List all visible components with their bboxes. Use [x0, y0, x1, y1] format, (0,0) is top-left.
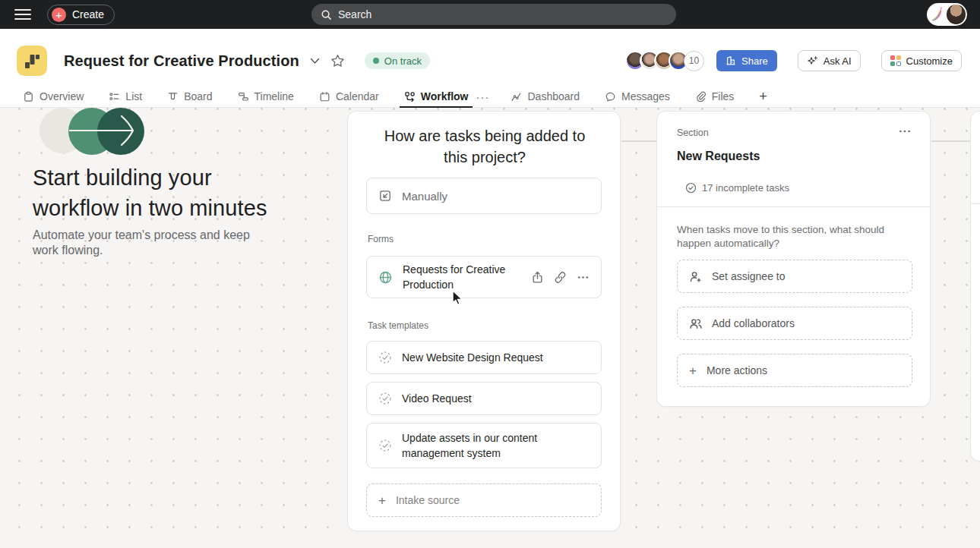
message-icon: [605, 91, 616, 102]
status-badge[interactable]: On track: [365, 52, 430, 69]
clipboard-icon: [23, 91, 34, 102]
paperclip-icon: [695, 91, 707, 102]
board-icon: [167, 91, 179, 102]
workflow-canvas: Start building your workflow in two minu…: [0, 108, 980, 548]
plus-icon: +: [689, 364, 697, 377]
dashed-check-icon: [378, 439, 392, 452]
org-icon: [726, 55, 736, 66]
customize-button[interactable]: Customize: [881, 50, 962, 71]
intake-heading: How are tasks being added to this projec…: [371, 125, 599, 168]
collaborators-icon: [689, 317, 702, 330]
next-section-panel[interactable]: [970, 111, 980, 461]
more-actions-button[interactable]: + More actions: [677, 354, 912, 387]
project-icon[interactable]: [17, 46, 47, 76]
tab-list[interactable]: List: [109, 86, 142, 107]
tab-files[interactable]: Files: [695, 86, 735, 107]
add-intake-source-button[interactable]: + Intake source: [366, 483, 602, 517]
tab-overview[interactable]: Overview: [23, 86, 84, 107]
timeline-icon: [238, 91, 249, 102]
task-templates-label: Task templates: [368, 320, 428, 331]
automation-question: When tasks move to this section, what sh…: [677, 223, 897, 250]
intro-subtitle: Automate your team's process and keep wo…: [33, 228, 264, 258]
share-button[interactable]: Share: [716, 50, 777, 71]
task-template-card[interactable]: Video Request: [366, 382, 602, 415]
panel-connector: [621, 140, 656, 142]
create-button[interactable]: + Create: [47, 5, 115, 25]
task-template-card[interactable]: New Website Design Request: [366, 341, 602, 374]
manually-card[interactable]: Manually: [366, 178, 602, 214]
section-panel: Section New Requests 17 incomplete tasks…: [656, 111, 931, 407]
plus-icon: +: [52, 8, 66, 22]
bar-chart-icon: [17, 46, 47, 76]
plus-icon: +: [378, 494, 386, 507]
chevron-down-icon: [310, 58, 320, 65]
customize-grid-icon: [890, 55, 901, 66]
dashed-check-icon: [378, 351, 392, 364]
customize-label: Customize: [906, 55, 953, 67]
tab-overflow-button[interactable]: ···: [476, 90, 489, 103]
member-count-badge: 10: [684, 51, 704, 71]
task-template-card[interactable]: Update assets in our content management …: [366, 423, 602, 468]
ask-ai-button[interactable]: Ask AI: [798, 50, 861, 71]
topbar: + Create Search: [0, 0, 980, 29]
status-label: On track: [384, 55, 422, 67]
page-title: Request for Creative Production: [64, 52, 299, 70]
tab-timeline[interactable]: Timeline: [238, 86, 294, 107]
intro-title: Start building your workflow in two minu…: [33, 162, 291, 223]
tab-dashboard[interactable]: Dashboard: [511, 86, 580, 107]
star-icon: [330, 54, 345, 68]
section-title: New Requests: [677, 150, 760, 163]
project-tabs: Overview List Board Timeline Calendar Wo…: [0, 86, 980, 108]
forms-section-label: Forms: [368, 234, 394, 244]
divider: [971, 203, 980, 204]
tab-calendar[interactable]: Calendar: [319, 86, 379, 107]
sparkle-icon: [807, 55, 818, 67]
avatar: [947, 5, 966, 24]
favorite-star-button[interactable]: [330, 54, 345, 68]
member-avatars[interactable]: 10: [625, 51, 704, 71]
search-icon: [321, 9, 332, 20]
list-icon: [109, 91, 120, 102]
set-assignee-button[interactable]: Set assignee to: [677, 260, 912, 293]
calendar-icon: [319, 91, 330, 102]
globe-icon: [378, 270, 393, 285]
search-input[interactable]: Search: [311, 4, 676, 25]
project-menu-chevron[interactable]: [310, 58, 320, 65]
share-form-button[interactable]: [531, 271, 544, 284]
import-icon: [378, 189, 392, 203]
section-label: Section: [677, 128, 709, 138]
manually-label: Manually: [402, 190, 447, 203]
form-name: Requests for Creative Production: [403, 262, 517, 292]
share-label: Share: [741, 55, 768, 67]
tab-workflow[interactable]: Workflow: [404, 86, 469, 107]
ellipsis-icon: [577, 271, 590, 284]
copy-form-link-button[interactable]: [554, 271, 567, 284]
intake-panel: How are tasks being added to this projec…: [347, 111, 621, 531]
add-collaborators-button[interactable]: Add collaborators: [677, 307, 912, 340]
check-circle-icon: [685, 182, 697, 194]
intake-source-label: Intake source: [396, 494, 460, 506]
section-more-button[interactable]: [898, 124, 912, 141]
share-icon: [531, 271, 544, 284]
divider: [657, 206, 930, 207]
form-card[interactable]: Requests for Creative Production: [366, 256, 602, 298]
tab-messages[interactable]: Messages: [605, 86, 670, 107]
status-dot: [373, 58, 379, 64]
dashboard-icon: [511, 91, 522, 102]
tab-board[interactable]: Board: [167, 86, 212, 107]
panel-connector: [931, 140, 970, 142]
user-menu[interactable]: [927, 3, 967, 26]
workflow-icon: [404, 91, 416, 102]
incomplete-tasks-summary[interactable]: 17 incomplete tasks: [685, 182, 789, 194]
search-placeholder: Search: [338, 8, 371, 20]
ellipsis-icon: [898, 124, 912, 138]
ask-ai-label: Ask AI: [824, 55, 852, 67]
unicorn-icon: [928, 5, 947, 24]
add-tab-button[interactable]: +: [759, 89, 767, 105]
hamburger-menu-icon[interactable]: [14, 9, 31, 20]
create-button-label: Create: [72, 8, 104, 20]
dashed-check-icon: [378, 392, 392, 405]
circles-arrow-illustration: [36, 107, 150, 156]
link-icon: [554, 271, 567, 284]
form-more-button[interactable]: [577, 271, 590, 284]
